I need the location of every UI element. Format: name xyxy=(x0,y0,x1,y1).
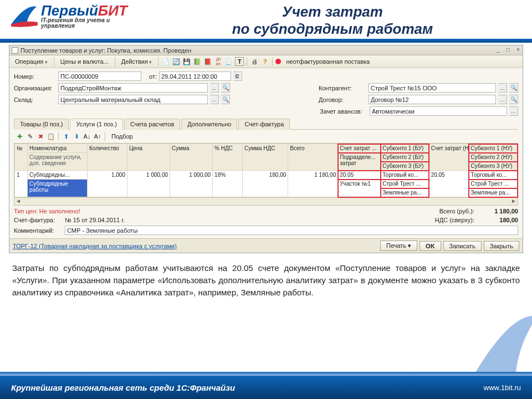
move-down-icon[interactable]: ⬇ xyxy=(72,132,81,141)
save-button[interactable]: Записать xyxy=(443,241,482,251)
col-sub-nu2[interactable]: Субконто 2 (НУ) xyxy=(469,153,517,162)
warehouse-label: Склад: xyxy=(14,96,56,103)
sort-asc-icon[interactable]: A↓ xyxy=(83,132,91,141)
counterparty-input[interactable]: Строй Трест №15 ООО xyxy=(369,83,496,93)
brand-logo: ПервыйБИТ IT-решения для учета и управле… xyxy=(10,3,143,29)
col-price[interactable]: Цена xyxy=(127,144,170,171)
col-cost-acct[interactable]: Счет затрат ... xyxy=(338,144,381,153)
window-icon xyxy=(12,47,18,54)
logo-tagline: IT-решения для учета и управления xyxy=(41,18,143,29)
footer-text: Крупнейшая региональная сеть среди 1С:Фр… xyxy=(11,383,235,392)
tool-icon-print[interactable]: 🖨 xyxy=(250,57,259,66)
move-up-icon[interactable]: ⬆ xyxy=(62,132,70,141)
edit-row-icon[interactable]: ✎ xyxy=(25,132,34,141)
help-icon[interactable]: ? xyxy=(260,57,269,66)
tool-icon-dkkt[interactable]: ДтКт xyxy=(214,57,223,66)
col-sub-bu1[interactable]: Субконто 1 (БУ) xyxy=(381,144,429,153)
grid-scrollbar[interactable]: ◄► xyxy=(14,198,518,206)
unbilled-button[interactable]: неотфактурованная поставка xyxy=(283,57,373,66)
operation-menu[interactable]: Операция xyxy=(12,57,51,66)
org-label: Организация: xyxy=(14,85,56,91)
selected-cell[interactable]: Субподрядные работы xyxy=(28,180,88,197)
contract-select-button[interactable]: … xyxy=(498,95,507,104)
warehouse-lookup-icon[interactable]: 🔍 xyxy=(221,95,230,104)
tool-icon-1[interactable]: 📄 xyxy=(161,57,170,66)
col-desc[interactable]: Содержание услуги, доп. сведения xyxy=(28,153,88,171)
col-nomen[interactable]: Номенклатура xyxy=(28,144,88,153)
col-division[interactable]: Подразделе... затрат xyxy=(338,153,381,171)
tab-accounts[interactable]: Счета расчетов xyxy=(124,119,180,130)
tool-icon-t[interactable]: T xyxy=(235,57,244,66)
minimize-button[interactable]: _ xyxy=(494,47,503,54)
col-sub-bu3[interactable]: Субконто 3 (БУ) xyxy=(381,162,429,171)
window-title: Поступление товаров и услуг: Покупка, ко… xyxy=(21,47,493,54)
ok-button[interactable]: OK xyxy=(420,241,441,251)
bottom-bar: ТОРГ-12 (Товарная накладная за поставщик… xyxy=(9,238,523,253)
contract-input[interactable]: Договор №12 xyxy=(369,95,496,104)
tab-services[interactable]: Услуги (1 поз.) xyxy=(70,119,122,130)
col-total[interactable]: Всего xyxy=(288,144,338,171)
counterparty-select-button[interactable]: … xyxy=(498,83,507,93)
warehouse-input[interactable]: Центральный материальный склад xyxy=(58,95,208,104)
add-row-icon[interactable]: ✚ xyxy=(15,132,24,141)
tool-icon-2[interactable]: 🔄 xyxy=(172,57,181,66)
tabs: Товары (0 поз.) Услуги (1 поз.) Счета ра… xyxy=(14,118,518,130)
tool-icon-unpost[interactable]: 📕 xyxy=(203,57,212,66)
tab-goods[interactable]: Товары (0 поз.) xyxy=(14,119,69,130)
footer-url: www.1bit.ru xyxy=(484,383,521,392)
total-label: Всего (руб.): xyxy=(439,208,474,214)
col-sub-bu2[interactable]: Субконто 2 (БУ) xyxy=(381,153,429,162)
prices-button[interactable]: Цены и валюта... xyxy=(57,57,112,66)
org-input[interactable]: ПодрядСтройМонтаж xyxy=(58,83,208,93)
tool-icon-save[interactable]: 💾 xyxy=(182,57,191,66)
tab-additional[interactable]: Дополнительно xyxy=(181,119,237,130)
podbor-button[interactable]: Подбор xyxy=(108,132,136,141)
footer-bar: Крупнейшая региональная сеть среди 1С:Фр… xyxy=(0,376,532,399)
counterparty-label: Контрагент: xyxy=(319,85,366,91)
advances-select-button[interactable]: … xyxy=(509,106,518,116)
date-input[interactable]: 29.04.2011 12:00:00 xyxy=(159,71,231,81)
col-sub-nu3[interactable]: Субконто 3 (НУ) xyxy=(469,162,517,171)
unbilled-icon xyxy=(275,59,281,64)
col-sum[interactable]: Сумма xyxy=(170,144,213,171)
window-titlebar: Поступление товаров и услуг: Покупка, ко… xyxy=(9,45,523,55)
tab-invoice[interactable]: Счет-фактура xyxy=(238,119,290,130)
print-button[interactable]: Печать ▾ xyxy=(380,241,417,251)
logo-first: Первый xyxy=(41,2,98,19)
delete-row-icon[interactable]: ✖ xyxy=(36,132,45,141)
counterparty-lookup-icon[interactable]: 🔍 xyxy=(509,83,518,93)
sort-desc-icon[interactable]: A↑ xyxy=(93,132,102,141)
total-value: 1 180,00 xyxy=(476,208,518,214)
table-row: 1 Субподрядны... 1,000 1 000,00 1 000,00… xyxy=(15,171,518,180)
maximize-button[interactable]: □ xyxy=(504,47,513,54)
logo-bit: БИТ xyxy=(98,2,127,19)
org-lookup-icon[interactable]: 🔍 xyxy=(221,83,230,93)
col-qty[interactable]: Количество xyxy=(88,144,127,171)
col-n[interactable]: № xyxy=(15,144,28,171)
actions-menu[interactable]: Действия xyxy=(118,57,156,66)
torg-link[interactable]: ТОРГ-12 (Товарная накладная за поставщик… xyxy=(13,243,177,249)
app-window: Поступление товаров и услуг: Покупка, ко… xyxy=(9,45,523,253)
col-vatpct[interactable]: % НДС xyxy=(213,144,243,171)
from-label: от: xyxy=(144,73,157,80)
col-cost-acct-nu[interactable]: Счет затрат (НУ) xyxy=(429,144,469,171)
close-button[interactable]: × xyxy=(514,47,523,54)
copy-row-icon[interactable]: 📋 xyxy=(47,132,55,141)
advances-label: Зачет авансов: xyxy=(320,108,367,115)
comment-input[interactable]: СМР - Земляные работы xyxy=(65,226,518,235)
services-grid[interactable]: № Номенклатура Количество Цена Сумма % Н… xyxy=(14,143,518,198)
calendar-icon[interactable]: 🗓 xyxy=(233,71,242,81)
col-vatsum[interactable]: Сумма НДС xyxy=(243,144,288,171)
contract-lookup-icon[interactable]: 🔍 xyxy=(509,95,518,104)
vat-value: 180,00 xyxy=(476,217,518,223)
tool-icon-post[interactable]: 📗 xyxy=(193,57,202,66)
warehouse-select-button[interactable]: … xyxy=(210,95,219,104)
close-form-button[interactable]: Закрыть xyxy=(484,241,519,251)
org-select-button[interactable]: … xyxy=(210,83,219,93)
slide-paragraph: Затраты по субподрядным работам учитываю… xyxy=(12,262,520,298)
advances-input[interactable]: Автоматически xyxy=(370,106,507,116)
tool-icon-struct[interactable]: 🧾 xyxy=(224,57,233,66)
col-sub-nu1[interactable]: Субконто 1 (НУ) xyxy=(469,144,517,153)
number-input[interactable]: ПС-00000009 xyxy=(58,71,141,81)
invoice-label: Счет-фактура: xyxy=(14,217,65,223)
